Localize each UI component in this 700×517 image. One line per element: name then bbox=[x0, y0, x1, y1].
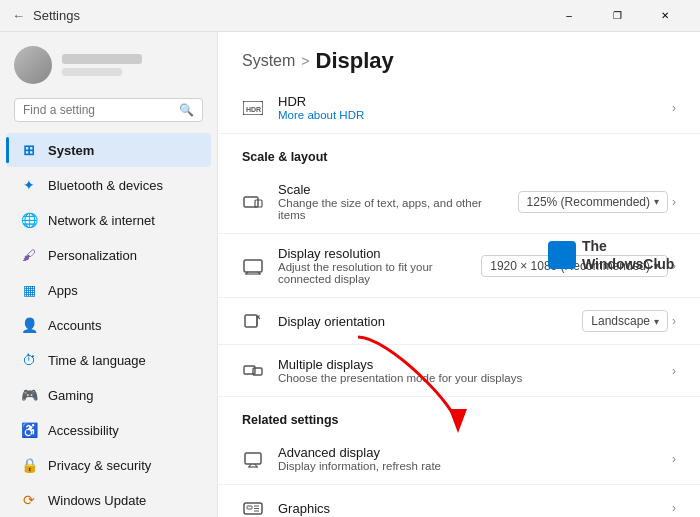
advanced-display-icon bbox=[242, 448, 264, 470]
advanced-display-subtitle: Display information, refresh rate bbox=[278, 460, 658, 472]
sidebar-item-label: System bbox=[48, 143, 94, 158]
breadcrumb-separator: > bbox=[301, 53, 309, 69]
orientation-value-area: Landscape ▾ › bbox=[582, 310, 676, 332]
scale-value-area: 125% (Recommended) ▾ › bbox=[518, 191, 676, 213]
sidebar-item-accounts[interactable]: 👤 Accounts bbox=[6, 308, 211, 342]
resolution-value-area: 1920 × 1080 (Recommended) ▾ › bbox=[481, 255, 676, 277]
sidebar-item-system[interactable]: ⊞ System bbox=[6, 133, 211, 167]
resolution-dropdown[interactable]: 1920 × 1080 (Recommended) ▾ bbox=[481, 255, 668, 277]
scale-layout-heading: Scale & layout bbox=[218, 134, 700, 170]
hdr-chevron: › bbox=[672, 101, 676, 115]
sidebar-nav: ⊞ System ✦ Bluetooth & devices 🌐 Network… bbox=[0, 132, 217, 517]
orientation-title: Display orientation bbox=[278, 314, 568, 329]
scale-row-chevron: › bbox=[672, 195, 676, 209]
sidebar-item-label: Personalization bbox=[48, 248, 137, 263]
graphics-icon bbox=[242, 497, 264, 517]
page-title: Display bbox=[316, 48, 394, 74]
svg-rect-12 bbox=[245, 453, 261, 464]
svg-rect-4 bbox=[244, 260, 262, 272]
sidebar-item-label: Apps bbox=[48, 283, 78, 298]
resolution-icon bbox=[242, 255, 264, 277]
advanced-display-chevron: › bbox=[672, 452, 676, 466]
window-title: Settings bbox=[33, 8, 80, 23]
scale-dropdown[interactable]: 125% (Recommended) ▾ bbox=[518, 191, 668, 213]
sidebar-item-label: Privacy & security bbox=[48, 458, 151, 473]
scale-content: Scale Change the size of text, apps, and… bbox=[278, 182, 504, 221]
svg-rect-2 bbox=[244, 197, 258, 207]
sidebar-item-privacy[interactable]: 🔒 Privacy & security bbox=[6, 448, 211, 482]
restore-button[interactable]: ❐ bbox=[594, 0, 640, 32]
orientation-row[interactable]: Display orientation Landscape ▾ › bbox=[218, 298, 700, 345]
minimize-button[interactable]: – bbox=[546, 0, 592, 32]
graphics-title: Graphics bbox=[278, 501, 658, 516]
orientation-value: Landscape bbox=[591, 314, 650, 328]
orientation-chevron-down: ▾ bbox=[654, 316, 659, 327]
profile-name-bar bbox=[62, 54, 142, 64]
sidebar-profile bbox=[0, 32, 217, 94]
sidebar-item-accessibility[interactable]: ♿ Accessibility bbox=[6, 413, 211, 447]
content-area: System > Display HDR HDR More about HDR … bbox=[218, 32, 700, 517]
hdr-row[interactable]: HDR HDR More about HDR › bbox=[218, 82, 700, 134]
scale-subtitle: Change the size of text, apps, and other… bbox=[278, 197, 504, 221]
resolution-subtitle: Adjust the resolution to fit your connec… bbox=[278, 261, 467, 285]
search-icon: 🔍 bbox=[179, 103, 194, 117]
gaming-icon: 🎮 bbox=[20, 386, 38, 404]
breadcrumb-system[interactable]: System bbox=[242, 52, 295, 70]
hdr-title: HDR bbox=[278, 94, 658, 109]
sidebar: 🔍 ⊞ System ✦ Bluetooth & devices 🌐 Netwo… bbox=[0, 32, 218, 517]
svg-text:HDR: HDR bbox=[246, 106, 261, 113]
multiple-displays-icon bbox=[242, 360, 264, 382]
privacy-icon: 🔒 bbox=[20, 456, 38, 474]
content-header: System > Display bbox=[218, 32, 700, 82]
graphics-row[interactable]: Graphics › bbox=[218, 485, 700, 517]
scale-title: Scale bbox=[278, 182, 504, 197]
sidebar-item-apps[interactable]: ▦ Apps bbox=[6, 273, 211, 307]
title-bar: ← Settings – ❐ ✕ bbox=[0, 0, 700, 32]
sidebar-item-label: Gaming bbox=[48, 388, 94, 403]
sidebar-item-label: Windows Update bbox=[48, 493, 146, 508]
resolution-row-chevron: › bbox=[672, 259, 676, 273]
advanced-display-title: Advanced display bbox=[278, 445, 658, 460]
network-icon: 🌐 bbox=[20, 211, 38, 229]
search-input[interactable] bbox=[23, 103, 173, 117]
multiple-displays-content: Multiple displays Choose the presentatio… bbox=[278, 357, 658, 384]
resolution-chevron-down: ▾ bbox=[654, 260, 659, 271]
related-settings-heading: Related settings bbox=[218, 397, 700, 433]
sidebar-item-network[interactable]: 🌐 Network & internet bbox=[6, 203, 211, 237]
advanced-display-content: Advanced display Display information, re… bbox=[278, 445, 658, 472]
sidebar-item-time[interactable]: ⏱ Time & language bbox=[6, 343, 211, 377]
sidebar-item-gaming[interactable]: 🎮 Gaming bbox=[6, 378, 211, 412]
multiple-displays-title: Multiple displays bbox=[278, 357, 658, 372]
back-icon[interactable]: ← bbox=[12, 8, 25, 23]
apps-icon: ▦ bbox=[20, 281, 38, 299]
close-button[interactable]: ✕ bbox=[642, 0, 688, 32]
sidebar-item-label: Network & internet bbox=[48, 213, 155, 228]
bluetooth-icon: ✦ bbox=[20, 176, 38, 194]
graphics-content: Graphics bbox=[278, 501, 658, 516]
resolution-content: Display resolution Adjust the resolution… bbox=[278, 246, 467, 285]
sidebar-item-windows-update[interactable]: ⟳ Windows Update bbox=[6, 483, 211, 517]
sidebar-item-personalization[interactable]: 🖌 Personalization bbox=[6, 238, 211, 272]
personalization-icon: 🖌 bbox=[20, 246, 38, 264]
advanced-display-row[interactable]: Advanced display Display information, re… bbox=[218, 433, 700, 485]
search-box[interactable]: 🔍 bbox=[14, 98, 203, 122]
hdr-content: HDR More about HDR bbox=[278, 94, 658, 121]
scale-row[interactable]: Scale Change the size of text, apps, and… bbox=[218, 170, 700, 234]
sidebar-item-label: Bluetooth & devices bbox=[48, 178, 163, 193]
profile-sub-bar bbox=[62, 68, 122, 76]
sidebar-item-bluetooth[interactable]: ✦ Bluetooth & devices bbox=[6, 168, 211, 202]
multiple-displays-row[interactable]: Multiple displays Choose the presentatio… bbox=[218, 345, 700, 397]
multiple-displays-subtitle: Choose the presentation mode for your di… bbox=[278, 372, 658, 384]
orientation-content: Display orientation bbox=[278, 314, 568, 329]
avatar bbox=[14, 46, 52, 84]
orientation-dropdown[interactable]: Landscape ▾ bbox=[582, 310, 668, 332]
title-bar-left: ← Settings bbox=[12, 8, 546, 23]
title-bar-controls: – ❐ ✕ bbox=[546, 0, 688, 32]
time-icon: ⏱ bbox=[20, 351, 38, 369]
main-layout: 🔍 ⊞ System ✦ Bluetooth & devices 🌐 Netwo… bbox=[0, 32, 700, 517]
hdr-subtitle[interactable]: More about HDR bbox=[278, 109, 658, 121]
accessibility-icon: ♿ bbox=[20, 421, 38, 439]
sidebar-item-label: Accounts bbox=[48, 318, 101, 333]
resolution-row[interactable]: Display resolution Adjust the resolution… bbox=[218, 234, 700, 298]
windows-update-icon: ⟳ bbox=[20, 491, 38, 509]
